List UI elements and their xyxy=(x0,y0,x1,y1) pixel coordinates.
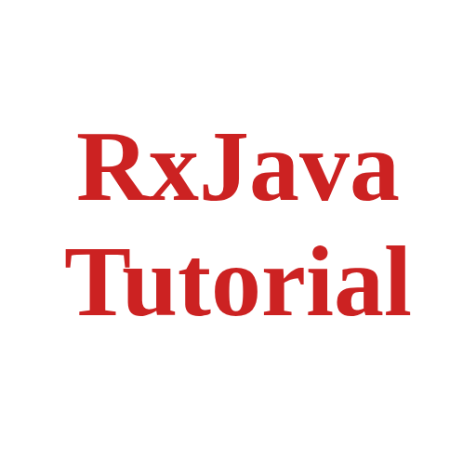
title-container: RxJava Tutorial xyxy=(64,109,412,339)
title-line-2: Tutorial xyxy=(64,224,412,339)
title-line-1: RxJava xyxy=(76,109,400,224)
